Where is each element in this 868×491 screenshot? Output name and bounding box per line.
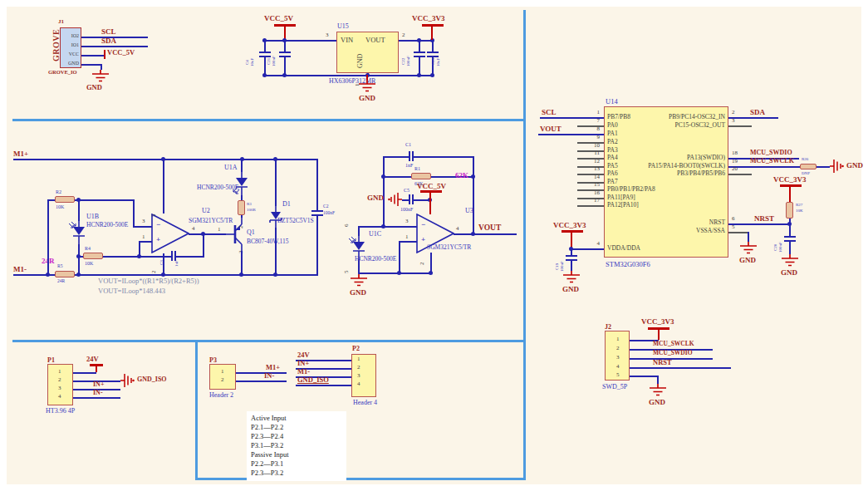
c21-val: 100nF xyxy=(272,56,276,66)
rail-vcc5v-u15: VCC_5V xyxy=(264,15,293,22)
u14-pin-num: 9 xyxy=(581,135,600,140)
u2-pin5-num: 5 xyxy=(151,214,157,218)
resistor-r26[interactable] xyxy=(800,164,817,169)
u1c-pin5-num: 5 xyxy=(344,271,350,274)
wire xyxy=(789,242,791,254)
power-rail-symbol xyxy=(780,184,802,187)
wire xyxy=(571,248,604,250)
wire xyxy=(414,156,473,158)
power-rail-symbol xyxy=(429,193,431,214)
schematic-sheet: J1 GROVE IO2 IO1 VCC GND GROVE_IO SCL SD… xyxy=(0,0,868,491)
r3-val: 100R xyxy=(247,208,256,212)
net-m1p: M1+ xyxy=(13,150,28,158)
p3-part: Header 2 xyxy=(209,392,233,399)
c4-val: 10uF xyxy=(250,58,254,66)
u2-pin3-num: 3 xyxy=(142,218,145,224)
gnd-label-j1: GND xyxy=(86,84,102,91)
resistor-r3[interactable] xyxy=(238,200,245,215)
wire xyxy=(275,228,277,274)
wire xyxy=(262,40,336,42)
wire xyxy=(81,46,148,47)
u14-pin-name: PA3 xyxy=(607,147,618,154)
wire xyxy=(81,64,101,66)
divider-horizontal-top xyxy=(12,119,526,121)
rail-vcc3v3-vdda: VCC_3V3 xyxy=(553,222,586,229)
u3-pin1-num: 1 xyxy=(405,234,409,240)
capacitor-plate xyxy=(414,52,425,53)
junction-dot xyxy=(282,73,287,77)
resistor-r27[interactable] xyxy=(786,202,793,218)
wire xyxy=(817,166,830,168)
net-scl: SCL xyxy=(101,28,116,36)
resistor-r1[interactable] xyxy=(411,173,431,179)
divider-horizontal-mid xyxy=(12,340,526,342)
gnd-symbol-c20 xyxy=(779,254,801,268)
gnd-symbol-j1 xyxy=(90,70,111,83)
u14-pin-name: PA11[PA9] xyxy=(607,194,635,201)
p1-pin: 4 xyxy=(58,394,61,400)
p2-ref: P2 xyxy=(352,346,360,352)
wire xyxy=(236,372,287,374)
r4-ref: R4 xyxy=(85,246,91,251)
junction-dot xyxy=(381,174,385,179)
power-rail-symbol xyxy=(104,50,105,59)
u14-pin-name: VDDA/DDA xyxy=(607,245,640,252)
net-24v-p2: 24V xyxy=(297,351,310,359)
wire xyxy=(264,75,434,76)
resistor-r2[interactable] xyxy=(55,196,75,203)
p2-pin: 2 xyxy=(357,365,360,371)
power-rail-symbol xyxy=(648,327,669,330)
power-rail-symbol xyxy=(420,190,442,193)
net-nrst-j2: NRST xyxy=(653,359,672,366)
r5-ref: R5 xyxy=(57,264,62,269)
capacitor-plate xyxy=(311,210,323,212)
resistor-r5[interactable] xyxy=(55,271,75,277)
net-inm-p3: IN- xyxy=(264,372,274,380)
annotation-62k: 62K xyxy=(455,172,468,179)
j2-pin: 5 xyxy=(616,372,620,378)
net-swclk-mcu: MCU_SWCLK xyxy=(750,158,794,164)
r27-ref: R27 xyxy=(796,203,802,207)
rail-vcc3v3-u15: VCC_3V3 xyxy=(412,15,445,22)
net-swdio-mcu: MCU_SWDIO xyxy=(750,150,792,156)
j1-pin-gnd: GND xyxy=(66,61,79,66)
gnd-symbol-j2 xyxy=(647,384,669,397)
gnd-label-c19: GND xyxy=(562,286,579,293)
net-swclk-j2: MCU_SWCLK xyxy=(653,341,694,347)
p2-connector[interactable] xyxy=(351,354,376,397)
u14-mcu[interactable] xyxy=(604,106,728,258)
wire xyxy=(316,216,318,274)
net-24v-p1: 24V xyxy=(86,356,99,363)
note-line: P2.3—P2.4 xyxy=(251,433,283,440)
wire xyxy=(236,381,287,382)
u3-pin2-num: 2 xyxy=(419,263,425,266)
wire xyxy=(284,57,286,75)
iso-gnd-amp2 xyxy=(385,191,402,208)
p1-pin: 3 xyxy=(58,385,61,391)
wire xyxy=(47,199,49,274)
wire xyxy=(402,199,409,201)
iso-gnd-p1 xyxy=(120,372,137,389)
wire xyxy=(571,261,572,271)
u1c-part: HCNR200-500E xyxy=(355,256,396,263)
wire xyxy=(203,233,204,256)
q1-pin-base-num: 1 xyxy=(218,227,221,233)
r1-ref: R1 xyxy=(414,166,420,171)
u14-pin-num: 3 xyxy=(732,118,735,124)
junction-dot xyxy=(430,73,434,77)
j1-footprint: GROVE_IO xyxy=(48,70,77,76)
u15-vout-label: VOUT xyxy=(365,37,385,44)
resistor-r4[interactable] xyxy=(83,253,103,259)
wire xyxy=(78,199,80,221)
gnd-label-amp2-left: GND xyxy=(367,194,384,202)
u14-pin-num: 17 xyxy=(581,198,600,204)
divider-horizontal-bottom xyxy=(195,478,526,480)
net-vout-mcu: VOUT xyxy=(540,125,562,133)
wire xyxy=(73,397,120,399)
wire xyxy=(275,159,277,206)
net-nrst-mcu: NRST xyxy=(754,215,774,223)
net-inp-p2: IN+ xyxy=(297,360,309,367)
p2-pin: 4 xyxy=(357,381,360,387)
u1c-ref: U1C xyxy=(369,231,381,238)
u2-plus: + xyxy=(156,236,160,243)
